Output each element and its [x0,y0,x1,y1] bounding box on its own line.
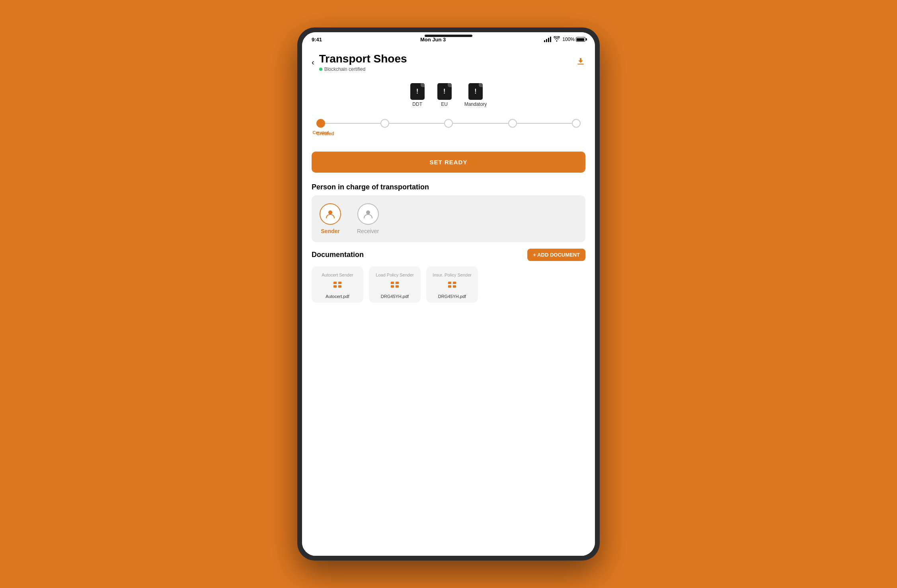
set-ready-button[interactable]: SET READY [312,152,585,173]
header-left: ‹ Transport Shoes Blockchain certified [312,53,407,72]
wifi-icon [554,36,560,43]
receiver-avatar [357,203,379,225]
doc-icons-row: ! DDT ! EU ! Mandatory [302,75,595,111]
eu-label: EU [441,101,448,107]
step-line-3 [453,123,508,124]
back-button[interactable]: ‹ [312,58,314,67]
step-4-dot [508,119,517,128]
page-title: Transport Shoes [319,53,407,65]
ddt-icon: ! [410,83,425,100]
step-5-dot [572,119,581,128]
stepper-container: Created Created [302,111,595,140]
add-document-button[interactable]: + ADD DOCUMENT [527,249,585,261]
header: ‹ Transport Shoes Blockchain certified [302,47,595,75]
person-card: Sender Receiver [312,195,585,242]
doc-card-2[interactable]: Load Policy Sender DRG45YH.pdf [369,267,421,303]
doc-card-3-icon [447,281,457,291]
doc-card-3-label: Insur. Policy Sender [433,272,472,278]
svg-point-1 [328,210,332,214]
sender-name: Sender [321,228,339,234]
svg-rect-3 [333,282,337,284]
doc-card-2-filename: DRG45YH.pdf [381,294,409,299]
battery-container: 100% [562,37,585,42]
doc-card-3[interactable]: Insur. Policy Sender DRG45YH.pdf [426,267,478,303]
svg-rect-6 [338,285,341,288]
status-icons: 100% [544,36,585,43]
doc-card-3-filename: DRG45YH.pdf [438,294,466,299]
doc-icon-ddt[interactable]: ! DDT [410,83,425,107]
mandatory-label: Mandatory [464,101,487,107]
battery-fill [577,38,584,41]
svg-rect-4 [333,285,337,288]
step-1-wrapper: Created [316,119,325,128]
sender-avatar [320,203,341,225]
battery-icon [576,37,585,42]
svg-rect-0 [577,64,584,64]
step-line-2 [389,123,445,124]
status-date: Mon Jun 3 [420,37,446,43]
person-section-title: Person in charge of transportation [302,177,595,195]
signal-bar-2 [546,39,547,42]
doc-card-2-icon [390,281,400,291]
doc-card-1-icon [333,281,342,291]
status-time: 9:41 [312,37,322,43]
step-line-4 [517,123,572,124]
created-label: Created [316,131,334,136]
blockchain-dot [319,68,322,71]
doc-icon-mandatory[interactable]: ! Mandatory [464,83,487,107]
doc-card-1[interactable]: Autocert Sender Autocert.pdf [312,267,363,303]
sender-item[interactable]: Sender [320,203,341,234]
download-button[interactable] [576,56,585,68]
title-area: Transport Shoes Blockchain certified [319,53,407,72]
docs-title: Documentation [312,251,364,259]
svg-rect-8 [391,285,394,288]
status-bar: 9:41 Mon Jun 3 [302,32,595,47]
signal-bars [544,37,551,42]
step-line-1 [325,123,380,124]
svg-rect-5 [338,282,341,284]
tablet-screen: 9:41 Mon Jun 3 [302,32,595,556]
svg-rect-13 [453,282,456,284]
step-1-dot [316,119,325,128]
svg-point-2 [366,210,370,214]
mandatory-icon: ! [468,83,483,100]
svg-rect-10 [396,285,399,288]
content-area: ‹ Transport Shoes Blockchain certified [302,47,595,556]
tablet-frame: 9:41 Mon Jun 3 [297,27,600,561]
svg-rect-7 [391,282,394,284]
svg-rect-9 [396,282,399,284]
doc-card-1-filename: Autocert.pdf [326,294,349,299]
docs-grid: Autocert Sender Autocert.pdf Load Policy… [302,265,595,304]
ddt-label: DDT [412,101,422,107]
eu-icon: ! [437,83,452,100]
blockchain-label: Blockchain certified [324,66,365,72]
stepper-track: Created [316,119,581,128]
signal-bar-3 [548,38,549,42]
blockchain-badge: Blockchain certified [319,66,407,72]
doc-card-1-label: Autocert Sender [322,272,353,278]
doc-card-2-label: Load Policy Sender [376,272,413,278]
step-3-dot [444,119,453,128]
signal-bar-1 [544,40,545,42]
svg-rect-11 [448,282,451,284]
receiver-item[interactable]: Receiver [357,203,379,234]
svg-rect-14 [453,285,456,288]
step-2-dot [380,119,389,128]
battery-text: 100% [562,37,575,42]
doc-icon-eu[interactable]: ! EU [437,83,452,107]
docs-section-header: Documentation + ADD DOCUMENT [302,242,595,265]
receiver-name: Receiver [357,228,379,234]
signal-bar-4 [550,37,551,42]
svg-rect-12 [448,285,451,288]
